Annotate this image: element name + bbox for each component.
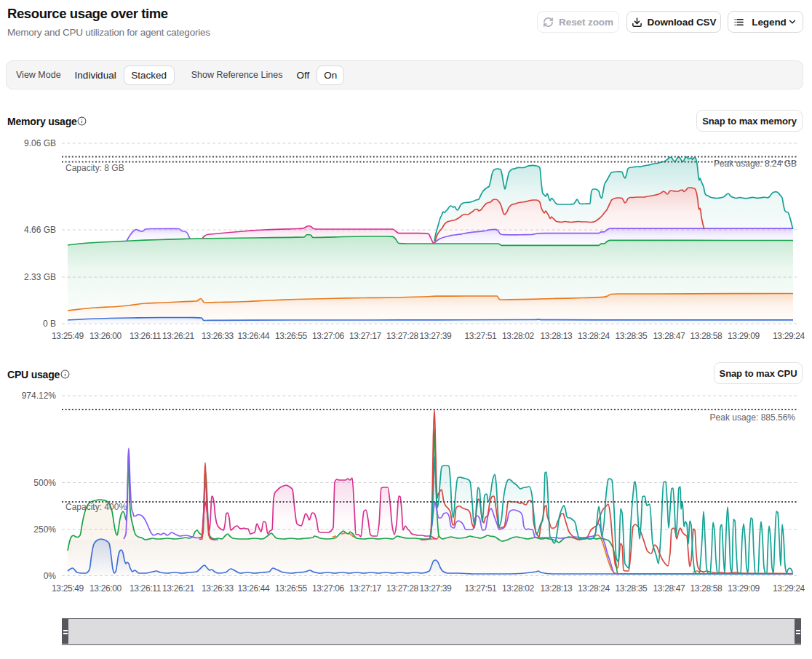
svg-text:0 B: 0 B [43,319,56,329]
svg-text:4.66 GB: 4.66 GB [24,225,56,235]
svg-text:13:28:02: 13:28:02 [502,583,535,594]
svg-text:13:27:51: 13:27:51 [465,331,498,341]
svg-text:Capacity: 8 GB: Capacity: 8 GB [65,163,124,173]
svg-text:0%: 0% [44,571,57,581]
svg-text:13:28:13: 13:28:13 [541,583,573,594]
svg-text:13:28:58: 13:28:58 [690,583,723,594]
svg-text:13:26:33: 13:26:33 [202,583,234,594]
svg-text:13:26:00: 13:26:00 [89,331,122,341]
svg-text:13:26:21: 13:26:21 [162,331,195,341]
svg-text:500%: 500% [33,478,56,488]
svg-text:13:27:28: 13:27:28 [386,583,419,594]
svg-text:13:25:49: 13:25:49 [52,583,84,594]
svg-text:13:27:06: 13:27:06 [312,331,345,341]
svg-text:13:27:39: 13:27:39 [420,331,453,341]
svg-text:13:28:47: 13:28:47 [653,331,686,341]
svg-text:9.06 GB: 9.06 GB [24,138,56,148]
svg-text:13:28:58: 13:28:58 [690,331,723,341]
svg-text:13:29:24: 13:29:24 [773,331,805,341]
svg-text:13:28:35: 13:28:35 [616,331,648,341]
svg-text:13:27:28: 13:27:28 [386,331,419,341]
svg-text:13:27:06: 13:27:06 [312,583,345,594]
svg-text:13:28:02: 13:28:02 [502,331,535,341]
svg-text:13:28:13: 13:28:13 [541,331,573,341]
svg-text:13:26:00: 13:26:00 [89,583,122,594]
svg-text:13:27:39: 13:27:39 [420,583,453,594]
svg-text:13:26:21: 13:26:21 [162,583,195,594]
svg-text:13:26:11: 13:26:11 [130,583,162,594]
svg-text:13:26:44: 13:26:44 [238,583,271,594]
svg-text:Peak usage: 885.56%: Peak usage: 885.56% [710,412,796,423]
svg-text:13:26:55: 13:26:55 [275,331,308,341]
svg-text:2.33 GB: 2.33 GB [24,272,56,282]
svg-text:13:25:49: 13:25:49 [52,331,84,341]
svg-text:Capacity: 400%: Capacity: 400% [65,502,127,512]
svg-text:13:26:11: 13:26:11 [130,331,162,341]
svg-text:Peak usage: 8.24 GB: Peak usage: 8.24 GB [714,159,797,169]
svg-text:13:27:17: 13:27:17 [349,331,382,341]
svg-text:13:29:24: 13:29:24 [773,583,805,594]
svg-text:250%: 250% [33,524,56,535]
svg-text:13:28:47: 13:28:47 [653,583,686,594]
svg-text:13:27:17: 13:27:17 [349,583,382,594]
svg-text:13:29:09: 13:29:09 [728,583,760,594]
svg-text:13:27:51: 13:27:51 [465,583,498,594]
svg-text:974.12%: 974.12% [22,391,57,401]
svg-text:13:28:24: 13:28:24 [578,583,610,594]
svg-text:13:26:44: 13:26:44 [238,331,271,341]
svg-text:13:28:35: 13:28:35 [616,583,648,594]
svg-text:13:28:24: 13:28:24 [578,331,610,341]
svg-text:13:29:09: 13:29:09 [728,331,760,341]
svg-text:13:26:33: 13:26:33 [202,331,234,341]
svg-text:13:26:55: 13:26:55 [275,583,308,594]
